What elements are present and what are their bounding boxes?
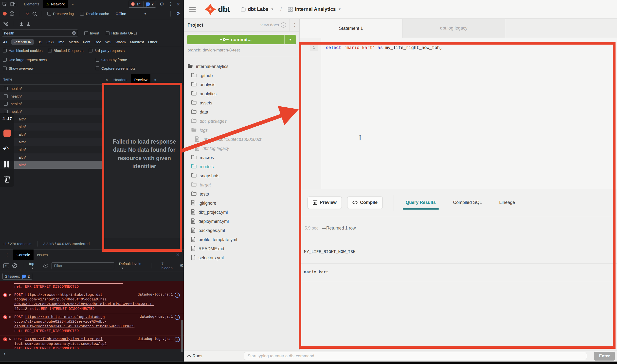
request-row[interactable]: alth/ [0,153,102,161]
commit-button[interactable]: commit... ▼ [187,35,296,44]
group-by-frame-checkbox[interactable]: Group by frame [96,58,127,62]
restart-recording-icon[interactable]: ↶ [3,145,9,153]
request-row[interactable]: alth/ [0,161,102,169]
dbt-command-input[interactable]: Start typing to enter a dbt command [244,352,587,360]
detail-more-tabs-chevron[interactable]: » [151,74,159,85]
compile-button[interactable]: Compile [347,197,383,209]
tree-item-assets[interactable]: assets [184,99,299,108]
has-blocked-cookies-checkbox[interactable]: Has blocked cookies [3,49,43,53]
error-issue-badges[interactable]: ✕ 14 2 [129,1,156,8]
hide-data-urls-checkbox[interactable]: Hide data URLs [106,31,138,35]
tree-item-deployment-yml[interactable]: deployment.yml [184,217,299,226]
tree-item-dbt-log-legacy[interactable]: dbt.log.legacy [184,144,299,153]
request-checkbox[interactable] [4,87,8,90]
account-switcher[interactable]: dbt Labs ▼ [241,6,274,12]
delete-recording-icon[interactable] [3,175,11,183]
type-filter-all[interactable]: All [3,40,7,44]
tree-item-internal-analytics[interactable]: internal-analytics [184,62,299,71]
console-error[interactable]: ✕▶POSThttps://fishtownanalytics.sinter-c… [0,335,184,349]
request-row[interactable]: alth/ [0,131,102,138]
type-filter-media[interactable]: Media [69,40,79,44]
console-settings-gear-icon[interactable]: ⚙ [180,263,184,268]
error-info-icon[interactable]: i [175,337,180,342]
tab-headers[interactable]: Headers [110,74,130,85]
use-large-request-rows-checkbox[interactable]: Use large request rows [3,58,47,62]
expand-triangle-icon[interactable]: ▶ [9,337,11,341]
type-filter-img[interactable]: Img [58,40,64,44]
request-checkbox[interactable] [4,94,8,98]
devtools-close-icon[interactable]: ✕ [177,1,180,7]
error-info-icon[interactable]: i [175,293,180,298]
pause-recording-icon[interactable] [4,161,10,167]
throttling-dropdown[interactable]: Offline [115,12,126,16]
tree-item-models[interactable]: models [184,162,299,171]
live-expression-icon[interactable] [43,264,48,267]
console-close-icon[interactable]: ✕ [176,252,180,257]
settings-gear-icon[interactable]: ⚙ [160,2,164,6]
error-info-icon[interactable]: i [175,315,180,320]
clear-network-icon[interactable] [10,11,14,16]
results-tab-lineage[interactable]: Lineage [498,193,516,213]
tree-item-target[interactable]: target [184,181,299,190]
tab-network[interactable]: ⚠ Network [43,0,68,8]
error-source-link[interactable]: datadog-logs.js:1 [138,293,173,297]
project-switcher[interactable]: Internal Analytics ▼ [288,6,341,12]
tree-item-analysis[interactable]: analysis [184,80,299,89]
tree-item-dbt-packages[interactable]: dbt_packages [184,117,299,126]
type-filter-fetchxhr[interactable]: Fetch/XHR [11,39,34,45]
request-row[interactable]: health/ [0,100,102,108]
invert-checkbox[interactable]: Invert [84,31,99,35]
type-filter-css[interactable]: CSS [47,40,54,44]
tree-item-analytics[interactable]: analytics [184,89,299,99]
blocked-requests-checkbox[interactable]: Blocked Requests [48,49,84,53]
error-source-link[interactable]: datadog-rum.js:1 [140,315,173,319]
commit-dropdown-caret-icon[interactable]: ▼ [284,35,296,44]
preview-button[interactable]: Preview [308,197,342,209]
tree-item-profile-template-yml[interactable]: profile_template.yml [184,235,299,244]
tree-item-packages-yml[interactable]: packages.yml [184,226,299,235]
console-filter-input[interactable]: Filter [52,262,114,269]
type-filter-font[interactable]: Font [83,40,90,44]
console-error[interactable]: ✕▶POSThttps://browser-http-intake.logs.d… [0,291,184,313]
tree-item-logs[interactable]: logs [184,126,299,135]
type-filter-other[interactable]: Other [148,40,158,44]
export-har-icon[interactable] [26,21,30,26]
console-error-clipped[interactable]: net::ERR_INTERNET_DISCONNECTED [0,281,184,291]
tab-console[interactable]: Console [13,249,34,260]
editor-tab-dbt-log-legacy[interactable]: dbt.log.legacy [402,19,505,38]
console-prompt[interactable]: › [0,349,184,362]
capture-screenshots-checkbox[interactable]: Capture screenshots [96,66,135,70]
request-row[interactable]: alth/ [0,123,102,131]
runs-toggle[interactable]: Runs [188,354,202,359]
request-row[interactable]: alth/ [0,138,102,146]
results-tab-compiled-sql[interactable]: Compiled SQL [452,193,483,213]
results-tab-query-results[interactable]: Query Results [405,193,437,213]
tree-item-selectors-yml[interactable]: selectors.yml [184,253,299,263]
tree-item--github[interactable]: .github [184,71,299,80]
show-overview-checkbox[interactable]: Show overview [3,66,34,70]
network-settings-gear-icon[interactable]: ⚙ [176,11,180,16]
tree-item-snapshots[interactable]: snapshots [184,171,299,181]
tab-elements[interactable]: Elements [20,0,43,8]
preserve-log-checkbox[interactable]: Preserve log [47,12,74,16]
console-context-icon[interactable]: ▸ [3,263,9,268]
network-conditions-icon[interactable] [3,21,8,26]
sidebar-kebab-icon[interactable]: ⋮ [290,19,299,32]
device-toolbar-icon[interactable] [10,2,15,6]
type-filter-manifest[interactable]: Manifest [130,40,144,44]
tree-item--gitignore[interactable]: .gitignore [184,199,299,208]
tree-item-data[interactable]: data [184,108,299,117]
type-filter-js[interactable]: JS [38,40,42,44]
request-checkbox[interactable] [4,102,8,106]
filter-funnel-icon[interactable] [25,12,30,16]
dbt-logo[interactable]: dbt [205,4,230,15]
error-source-link[interactable]: datadog-logs.js:1 [138,337,173,341]
request-row[interactable]: alth/ [0,146,102,153]
context-selector[interactable]: top ▼ [29,262,40,270]
type-filter-wasm[interactable]: Wasm [115,40,126,44]
tab-issues[interactable]: Issues [34,249,51,260]
more-tabs-chevron[interactable]: » [68,0,77,8]
sql-editor[interactable]: 1 select 'mario kart' as my_life_right_n… [300,38,617,189]
type-filter-doc[interactable]: Doc [94,40,101,44]
request-table-header[interactable]: Name [0,74,102,85]
